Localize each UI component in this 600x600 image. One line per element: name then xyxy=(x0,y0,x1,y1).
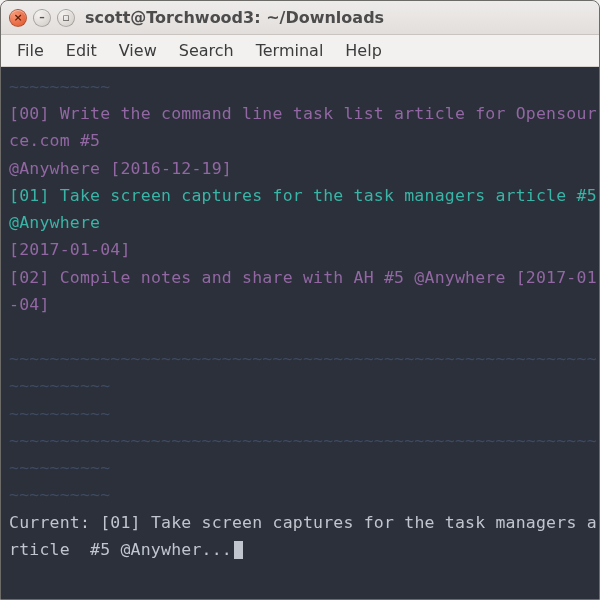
task-meta: @Anywhere [2016-12-19] xyxy=(9,159,232,178)
minimize-icon[interactable]: – xyxy=(33,9,51,27)
current-label: Current: xyxy=(9,513,100,532)
menu-terminal[interactable]: Terminal xyxy=(246,37,334,64)
separator: ~~~~~~~~~~ xyxy=(9,404,110,423)
menu-search[interactable]: Search xyxy=(169,37,244,64)
current-index: [01] xyxy=(100,513,141,532)
separator: ~~~~~~~~~~~~~~~~~~~~~~~~~~~~~~~~~~~~~~~~… xyxy=(9,349,597,395)
window-controls: × – ▫ xyxy=(9,9,75,27)
task-text: Compile notes and share with AH #5 @Anyw… xyxy=(9,268,597,314)
menu-file[interactable]: File xyxy=(7,37,54,64)
separator: ~~~~~~~~~~ xyxy=(9,485,110,504)
menu-help[interactable]: Help xyxy=(335,37,391,64)
maximize-icon[interactable]: ▫ xyxy=(57,9,75,27)
task-text: Take screen captures for the task manage… xyxy=(9,186,600,232)
menubar: File Edit View Search Terminal Help xyxy=(1,35,599,67)
terminal-window: × – ▫ scott@Torchwood3: ~/Downloads File… xyxy=(0,0,600,600)
window-title: scott@Torchwood3: ~/Downloads xyxy=(85,8,384,27)
close-icon[interactable]: × xyxy=(9,9,27,27)
separator: ~~~~~~~~~~ xyxy=(9,77,110,96)
terminal-output[interactable]: ~~~~~~~~~~ [00] Write the command line t… xyxy=(1,67,600,600)
task-index: [00] xyxy=(9,104,50,123)
task-text: Write the command line task list article… xyxy=(9,104,597,150)
task-index: [02] xyxy=(9,268,50,287)
cursor-icon xyxy=(234,541,243,559)
menu-edit[interactable]: Edit xyxy=(56,37,107,64)
menu-view[interactable]: View xyxy=(109,37,167,64)
task-meta: [2017-01-04] xyxy=(9,240,131,259)
titlebar[interactable]: × – ▫ scott@Torchwood3: ~/Downloads xyxy=(1,1,599,35)
separator: ~~~~~~~~~~~~~~~~~~~~~~~~~~~~~~~~~~~~~~~~… xyxy=(9,431,597,477)
task-index: [01] xyxy=(9,186,50,205)
